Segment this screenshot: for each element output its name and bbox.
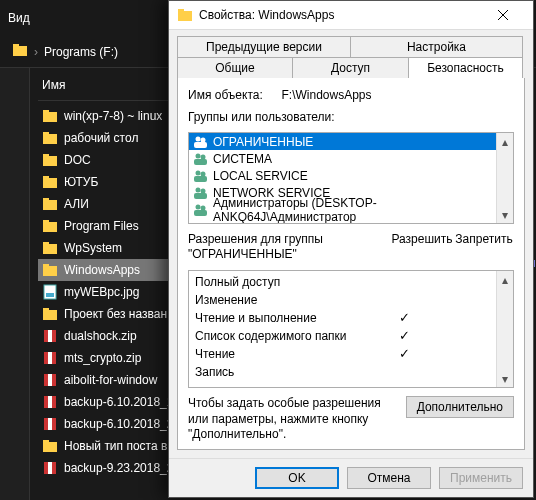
scroll-up-icon[interactable]: ▴ bbox=[497, 271, 513, 288]
column-deny: Запретить bbox=[454, 232, 514, 262]
svg-rect-0 bbox=[13, 46, 27, 56]
svg-point-47 bbox=[201, 171, 206, 176]
folder-icon bbox=[12, 42, 28, 61]
permissions-label: Разрешения для группы "ОГРАНИЧЕННЫЕ" bbox=[188, 232, 390, 262]
users-icon bbox=[193, 135, 209, 149]
zip-icon bbox=[42, 460, 58, 476]
column-allow: Разрешить bbox=[390, 232, 454, 262]
file-name: backup-6.10.2018_2 bbox=[64, 417, 173, 431]
tabs: Предыдущие версии Настройка Общие Доступ… bbox=[169, 30, 533, 78]
svg-rect-48 bbox=[194, 176, 207, 182]
folder-icon bbox=[42, 196, 58, 212]
folder-icon bbox=[42, 306, 58, 322]
advanced-button[interactable]: Дополнительно bbox=[406, 396, 514, 418]
permissions-listbox[interactable]: Полный доступИзменениеЧтение и выполнени… bbox=[188, 270, 514, 388]
ok-button[interactable]: OK bbox=[255, 467, 339, 489]
chevron-right-icon: › bbox=[34, 45, 38, 59]
permission-row: Чтение и выполнение✓ bbox=[189, 309, 496, 326]
group-name: Администраторы (DESKTOP-ANKQ64J\Админист… bbox=[213, 196, 492, 224]
menu-view[interactable]: Вид bbox=[8, 11, 30, 25]
svg-rect-12 bbox=[43, 222, 57, 232]
permission-row: Чтение✓ bbox=[189, 345, 496, 362]
users-icon bbox=[193, 203, 209, 217]
svg-rect-7 bbox=[43, 154, 49, 157]
folder-icon bbox=[42, 152, 58, 168]
users-icon bbox=[193, 169, 209, 183]
file-name: ЮТУБ bbox=[64, 175, 98, 189]
permission-row: Полный доступ bbox=[189, 273, 496, 290]
permission-name: Изменение bbox=[195, 293, 374, 307]
nav-sidebar[interactable] bbox=[0, 68, 30, 500]
tab-customize[interactable]: Настройка bbox=[351, 36, 523, 57]
tab-security[interactable]: Безопасность bbox=[409, 57, 523, 78]
file-name: backup-9.23.2018_2 bbox=[64, 461, 173, 475]
breadcrumb-location[interactable]: Programs (F:) bbox=[44, 45, 118, 59]
svg-rect-35 bbox=[48, 462, 52, 474]
permission-row: Запись bbox=[189, 363, 496, 380]
file-name: mts_crypto.zip bbox=[64, 351, 141, 365]
group-item[interactable]: ОГРАНИЧЕННЫЕ bbox=[189, 133, 496, 150]
scrollbar[interactable]: ▴ ▾ bbox=[496, 133, 513, 223]
svg-rect-8 bbox=[43, 178, 57, 188]
svg-rect-31 bbox=[48, 418, 52, 430]
apply-button[interactable]: Применить bbox=[439, 467, 523, 489]
svg-rect-21 bbox=[43, 308, 49, 311]
file-name: WpSystem bbox=[64, 241, 122, 255]
zip-icon bbox=[42, 328, 58, 344]
allow-check-icon: ✓ bbox=[374, 310, 434, 325]
scroll-down-icon[interactable]: ▾ bbox=[497, 370, 513, 387]
svg-rect-20 bbox=[43, 310, 57, 320]
users-icon bbox=[193, 186, 209, 200]
svg-rect-6 bbox=[43, 156, 57, 166]
svg-point-50 bbox=[201, 188, 206, 193]
scrollbar[interactable]: ▴ ▾ bbox=[496, 271, 513, 387]
security-panel: Имя объекта: F:\WindowsApps Группы или п… bbox=[177, 78, 525, 450]
dialog-title: Свойства: WindowsApps bbox=[199, 8, 481, 22]
tab-previous-versions[interactable]: Предыдущие версии bbox=[177, 36, 351, 57]
svg-rect-2 bbox=[43, 112, 57, 122]
tab-general[interactable]: Общие bbox=[177, 57, 293, 78]
svg-rect-36 bbox=[178, 11, 192, 21]
folder-icon bbox=[42, 130, 58, 146]
cancel-button[interactable]: Отмена bbox=[347, 467, 431, 489]
svg-rect-11 bbox=[43, 198, 49, 201]
svg-rect-27 bbox=[48, 374, 52, 386]
svg-rect-54 bbox=[194, 210, 207, 216]
svg-point-41 bbox=[201, 137, 206, 142]
folder-icon bbox=[42, 262, 58, 278]
group-item[interactable]: LOCAL SERVICE bbox=[189, 167, 496, 184]
permission-name: Чтение bbox=[195, 347, 374, 361]
svg-rect-13 bbox=[43, 220, 49, 223]
svg-rect-42 bbox=[194, 142, 207, 148]
group-item[interactable]: Администраторы (DESKTOP-ANKQ64J\Админист… bbox=[189, 201, 496, 218]
group-name: ОГРАНИЧЕННЫЕ bbox=[213, 135, 313, 149]
group-item[interactable]: СИСТЕМА bbox=[189, 150, 496, 167]
object-label: Имя объекта: bbox=[188, 88, 263, 102]
svg-point-53 bbox=[201, 205, 206, 210]
svg-rect-9 bbox=[43, 176, 49, 179]
svg-rect-14 bbox=[43, 244, 57, 254]
file-name: DOC bbox=[64, 153, 91, 167]
svg-point-52 bbox=[196, 204, 201, 209]
svg-rect-32 bbox=[43, 442, 57, 452]
permission-name: Чтение и выполнение bbox=[195, 311, 374, 325]
scroll-down-icon[interactable]: ▾ bbox=[497, 206, 513, 223]
svg-point-43 bbox=[196, 153, 201, 158]
svg-rect-19 bbox=[46, 293, 54, 297]
groups-listbox[interactable]: ОГРАНИЧЕННЫЕСИСТЕМАLOCAL SERVICENETWORK … bbox=[188, 132, 514, 224]
folder-icon bbox=[42, 218, 58, 234]
file-name: WindowsApps bbox=[64, 263, 140, 277]
file-name: backup-6.10.2018_1 bbox=[64, 395, 173, 409]
svg-rect-17 bbox=[43, 264, 49, 267]
advanced-note: Чтобы задать особые разрешения или парам… bbox=[188, 396, 396, 443]
titlebar[interactable]: Свойства: WindowsApps bbox=[169, 1, 533, 30]
file-name: win(xp-7-8) ~ linux bbox=[64, 109, 162, 123]
folder-icon bbox=[42, 174, 58, 190]
zip-icon bbox=[42, 394, 58, 410]
svg-rect-4 bbox=[43, 134, 57, 144]
dialog-buttons: OK Отмена Применить bbox=[169, 458, 533, 497]
folder-icon bbox=[177, 7, 193, 23]
tab-sharing[interactable]: Доступ bbox=[293, 57, 409, 78]
close-button[interactable] bbox=[481, 1, 525, 29]
scroll-up-icon[interactable]: ▴ bbox=[497, 133, 513, 150]
